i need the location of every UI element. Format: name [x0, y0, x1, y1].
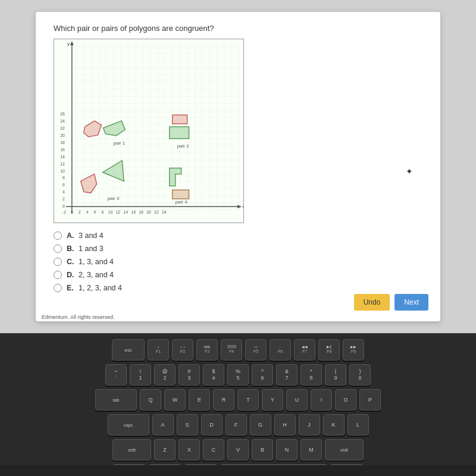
- key-f[interactable]: F: [226, 414, 247, 436]
- svg-text:18: 18: [60, 140, 65, 145]
- key-shift-r[interactable]: shift: [325, 439, 364, 461]
- key-5[interactable]: %5: [227, 364, 249, 386]
- radio-d[interactable]: [54, 271, 62, 279]
- key-f9[interactable]: ▶▶F9: [343, 339, 364, 361]
- svg-text:8: 8: [102, 210, 104, 214]
- key-x[interactable]: X: [178, 439, 200, 461]
- key-1[interactable]: !1: [130, 364, 151, 386]
- key-caps[interactable]: caps: [108, 414, 149, 436]
- key-tilde[interactable]: ~`: [105, 364, 127, 386]
- key-9[interactable]: (9: [325, 364, 346, 386]
- letter-a: A.: [67, 231, 76, 240]
- key-d[interactable]: D: [201, 414, 223, 436]
- answer-item-c[interactable]: C. 1, 3, and 4: [54, 258, 422, 266]
- answer-item-a[interactable]: A. 3 and 4: [54, 231, 422, 240]
- keyboard-row-zxcv: shift Z X C V B N M shift: [112, 439, 364, 461]
- key-f3[interactable]: ⊞⊞F3: [196, 339, 218, 361]
- key-6[interactable]: ^6: [252, 364, 273, 386]
- svg-text:24: 24: [162, 210, 167, 214]
- key-c[interactable]: C: [203, 439, 224, 461]
- key-y[interactable]: Y: [262, 389, 283, 411]
- text-a: 3 and 4: [79, 231, 104, 240]
- key-w[interactable]: W: [164, 389, 186, 411]
- key-n[interactable]: N: [276, 439, 298, 461]
- key-g[interactable]: G: [250, 414, 271, 436]
- answer-item-b[interactable]: B. 1 and 3: [54, 245, 422, 253]
- answer-item-e[interactable]: E. 1, 2, 3, and 4: [54, 284, 422, 292]
- key-p[interactable]: P: [359, 389, 381, 411]
- key-m[interactable]: M: [300, 439, 322, 461]
- keyboard-row-asdf: caps A S D F G H J K L: [108, 414, 369, 436]
- radio-e[interactable]: [54, 284, 62, 292]
- key-tab[interactable]: tab: [95, 389, 137, 411]
- key-r[interactable]: R: [213, 389, 234, 411]
- key-shift-l[interactable]: shift: [112, 439, 151, 461]
- svg-text:4: 4: [62, 190, 65, 194]
- svg-text:14: 14: [60, 155, 65, 159]
- text-e: 1, 2, 3, and 4: [79, 284, 122, 292]
- svg-text:2: 2: [62, 197, 65, 201]
- svg-text:2: 2: [79, 210, 81, 214]
- svg-text:pair 3: pair 3: [107, 196, 119, 201]
- svg-text:20: 20: [146, 210, 151, 214]
- svg-text:-2: -2: [62, 210, 66, 214]
- key-e[interactable]: E: [189, 389, 210, 411]
- key-a[interactable]: A: [152, 414, 174, 436]
- svg-marker-45: [173, 190, 189, 199]
- radio-b[interactable]: [54, 245, 62, 253]
- key-8[interactable]: *8: [300, 364, 322, 386]
- key-h[interactable]: H: [274, 414, 296, 436]
- undo-button[interactable]: Undo: [354, 294, 390, 311]
- key-v[interactable]: V: [227, 439, 249, 461]
- svg-text:pair 2: pair 2: [177, 143, 189, 149]
- svg-text:14: 14: [123, 210, 128, 214]
- svg-text:6: 6: [62, 183, 65, 187]
- svg-text:y: y: [67, 41, 70, 46]
- key-i[interactable]: I: [311, 389, 332, 411]
- key-q[interactable]: Q: [140, 389, 161, 411]
- svg-text:8: 8: [62, 176, 65, 180]
- key-f2[interactable]: ☼☼F2: [172, 339, 193, 361]
- key-u[interactable]: U: [286, 389, 308, 411]
- svg-text:16: 16: [60, 148, 65, 152]
- key-2[interactable]: @2: [154, 364, 176, 386]
- key-s[interactable]: S: [177, 414, 198, 436]
- key-7[interactable]: &7: [276, 364, 298, 386]
- svg-text:24: 24: [60, 119, 65, 123]
- key-t[interactable]: T: [237, 389, 259, 411]
- keyboard-row-qwerty: tab Q W E R T Y U I O P: [95, 389, 381, 411]
- key-f5[interactable]: ◁F5: [245, 339, 267, 361]
- key-f6[interactable]: ··F6: [270, 339, 291, 361]
- key-f4[interactable]: ☰☰☰F4: [221, 339, 242, 361]
- key-f8[interactable]: ▶‖F8: [318, 339, 340, 361]
- answer-item-d[interactable]: D. 2, 3, and 4: [54, 271, 422, 279]
- key-3[interactable]: #3: [178, 364, 200, 386]
- key-o[interactable]: O: [335, 389, 356, 411]
- footer-text: Edmentum. All rights reserved.: [42, 314, 115, 320]
- key-0[interactable]: )0: [349, 364, 371, 386]
- svg-text:12: 12: [115, 210, 120, 214]
- svg-text:22: 22: [154, 210, 159, 214]
- radio-c[interactable]: [54, 258, 62, 266]
- cursor: ✦: [406, 167, 411, 171]
- key-j[interactable]: J: [299, 414, 320, 436]
- text-d: 2, 3, and 4: [79, 271, 114, 279]
- letter-e: E.: [67, 284, 76, 292]
- key-f1[interactable]: ☼F1: [148, 339, 169, 361]
- key-z[interactable]: Z: [154, 439, 176, 461]
- graph-container: y x 0 2 4 6 8 10 12 14 16 18 20 22 24 26…: [54, 39, 244, 223]
- svg-text:0: 0: [62, 204, 65, 208]
- svg-text:4: 4: [86, 210, 89, 214]
- svg-text:6: 6: [94, 210, 96, 214]
- key-4[interactable]: $4: [203, 364, 224, 386]
- key-b[interactable]: B: [252, 439, 273, 461]
- next-button[interactable]: Next: [394, 294, 428, 311]
- key-k[interactable]: K: [323, 414, 345, 436]
- radio-a[interactable]: [54, 231, 62, 240]
- key-l[interactable]: L: [347, 414, 369, 436]
- svg-text:26: 26: [60, 112, 65, 116]
- key-f7[interactable]: ◀◀F7: [294, 339, 315, 361]
- svg-text:22: 22: [60, 126, 65, 130]
- text-c: 1, 3, and 4: [79, 258, 114, 266]
- key-esc[interactable]: esc: [112, 339, 145, 361]
